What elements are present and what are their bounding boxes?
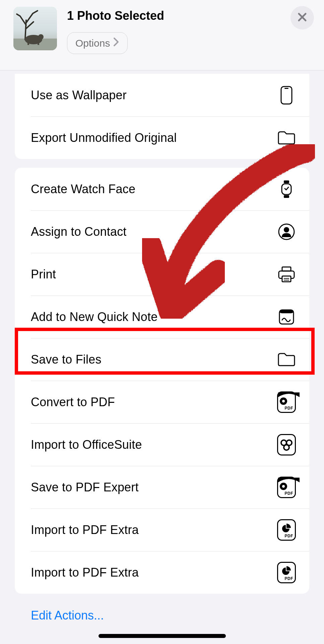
svg-rect-7: [284, 88, 288, 89]
action-save-to-pdf-expert[interactable]: Save to PDF Expert PDF: [15, 466, 309, 508]
share-sheet-header: 1 Photo Selected Options: [0, 0, 324, 70]
action-label: Import to PDF Extra: [31, 566, 139, 580]
action-convert-to-pdf[interactable]: Convert to PDF PDF: [15, 381, 309, 423]
actions-group-1: Use as Wallpaper Export Unmodified Origi…: [15, 74, 309, 159]
pdf-extra-app-icon: PDF: [277, 563, 296, 582]
options-label: Options: [75, 38, 110, 49]
action-label: Add to New Quick Note: [31, 310, 157, 324]
svg-rect-4: [38, 39, 39, 45]
edit-actions-link[interactable]: Edit Actions...: [15, 594, 309, 623]
action-label: Assign to Contact: [31, 225, 127, 239]
folder-icon: [277, 350, 296, 369]
action-import-to-officesuite[interactable]: Import to OfficeSuite: [15, 423, 309, 466]
svg-rect-9: [284, 195, 289, 198]
action-label: Import to PDF Extra: [31, 523, 139, 537]
action-label: Use as Wallpaper: [31, 88, 127, 102]
action-print[interactable]: Print: [15, 253, 309, 296]
action-label: Export Unmodified Original: [31, 131, 177, 145]
svg-rect-19: [279, 310, 294, 313]
action-label: Convert to PDF: [31, 395, 115, 409]
action-use-as-wallpaper[interactable]: Use as Wallpaper: [15, 74, 309, 116]
svg-rect-13: [282, 267, 291, 271]
quick-note-icon: [277, 308, 296, 326]
pdf-expert-app-icon: PDF: [277, 393, 296, 412]
pdf-extra-app-icon: PDF: [277, 521, 296, 539]
options-button[interactable]: Options: [67, 32, 128, 54]
actions-group-2: Create Watch Face Assign to Contact Prin…: [15, 168, 309, 594]
action-import-to-pdf-extra-1[interactable]: Import to PDF Extra PDF: [15, 508, 309, 551]
action-create-watch-face[interactable]: Create Watch Face: [15, 168, 309, 210]
svg-rect-6: [281, 87, 292, 104]
svg-point-12: [284, 227, 289, 232]
chevron-right-icon: [113, 37, 119, 49]
action-add-to-new-quick-note[interactable]: Add to New Quick Note: [15, 296, 309, 338]
action-assign-to-contact[interactable]: Assign to Contact: [15, 210, 309, 253]
selected-photo-thumbnail: [13, 7, 57, 50]
home-indicator[interactable]: [99, 634, 226, 638]
close-button[interactable]: [290, 6, 314, 30]
watch-icon: [277, 180, 296, 199]
action-import-to-pdf-extra-2[interactable]: Import to PDF Extra PDF: [15, 551, 309, 594]
action-label: Save to PDF Expert: [31, 480, 139, 494]
svg-point-5: [38, 34, 44, 40]
svg-rect-3: [27, 39, 29, 45]
svg-rect-8: [284, 180, 289, 183]
phone-icon: [277, 86, 296, 105]
svg-rect-15: [282, 276, 291, 282]
action-save-to-files[interactable]: Save to Files: [15, 338, 309, 381]
action-label: Create Watch Face: [31, 182, 135, 196]
svg-point-24: [284, 445, 289, 450]
officesuite-app-icon: [277, 435, 296, 454]
folder-icon: [277, 128, 296, 147]
close-icon: [297, 12, 307, 23]
svg-point-21: [282, 400, 285, 402]
action-label: Import to OfficeSuite: [31, 438, 142, 452]
contact-icon: [277, 222, 296, 241]
svg-point-26: [282, 485, 285, 488]
printer-icon: [277, 265, 296, 284]
action-label: Save to Files: [31, 353, 102, 367]
action-export-unmodified-original[interactable]: Export Unmodified Original: [15, 116, 309, 159]
selection-title: 1 Photo Selected: [67, 9, 314, 23]
pdf-expert-app-icon: PDF: [277, 478, 296, 497]
action-label: Print: [31, 267, 56, 281]
